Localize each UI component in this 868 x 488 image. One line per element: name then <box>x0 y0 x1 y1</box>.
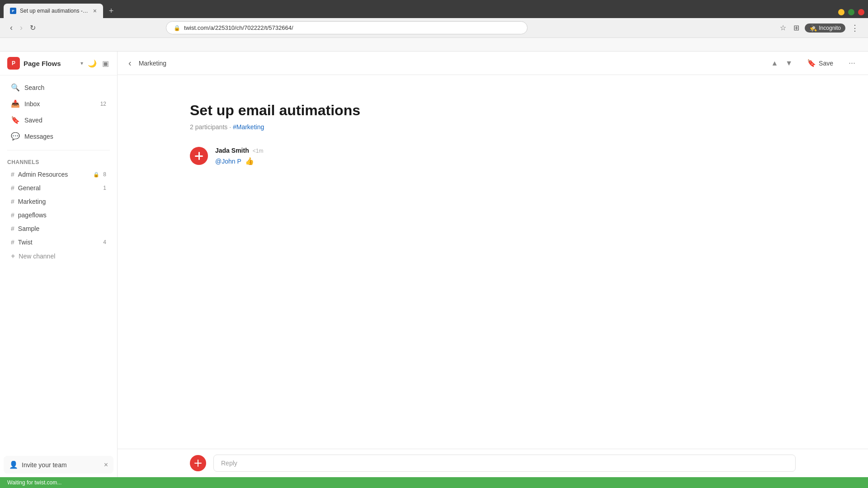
tab-favicon: P <box>10 8 16 14</box>
message-content: Jada Smith <1m @John P 👍 <box>215 147 796 167</box>
more-options-button[interactable]: ··· <box>845 56 859 70</box>
sidebar-item-twist[interactable]: # Twist 4 <box>4 236 113 249</box>
close-button[interactable] <box>858 9 864 15</box>
message: Jada Smith <1m @John P 👍 <box>190 147 796 167</box>
message-author: Jada Smith <box>215 147 249 154</box>
message-text: @John P 👍 <box>215 156 796 167</box>
bookmark-save-icon: 🔖 <box>807 59 816 67</box>
tab-grid-icon[interactable]: ⊞ <box>792 22 801 34</box>
sidebar-item-search[interactable]: 🔍 Search <box>4 80 113 95</box>
incognito-icon: 🕵 <box>809 24 817 32</box>
message-time: <1m <box>253 148 264 154</box>
sidebar-item-messages[interactable]: 💬 Messages <box>4 128 113 144</box>
search-icon: 🔍 <box>11 83 20 92</box>
hash-icon: # <box>11 184 14 192</box>
sidebar-item-marketing[interactable]: # Marketing <box>4 195 113 208</box>
new-channel-button[interactable]: + New channel <box>4 249 113 263</box>
lock-icon: 🔒 <box>174 25 180 31</box>
back-button[interactable]: ‹ <box>127 56 133 70</box>
invite-icon: 👤 <box>9 460 18 469</box>
save-button[interactable]: 🔖 Save <box>801 56 840 70</box>
sidebar-item-label: Messages <box>24 133 53 140</box>
message-header: Jada Smith <1m <box>215 147 796 154</box>
thread-meta: 2 participants · #Marketing <box>190 123 796 131</box>
hash-icon: # <box>11 239 14 246</box>
participants-text: 2 participants <box>190 123 227 131</box>
invite-label: Invite your team <box>22 461 100 469</box>
browser-tab[interactable]: P Set up email autimations - Page × <box>4 4 103 18</box>
channel-name: General <box>18 184 100 192</box>
dark-mode-icon[interactable]: 🌙 <box>87 58 98 69</box>
hash-icon: # <box>11 171 14 178</box>
maximize-button[interactable] <box>848 9 854 15</box>
layout-icon[interactable]: ▣ <box>101 58 110 69</box>
sidebar-item-admin-resources[interactable]: # Admin Resources 🔒 8 <box>4 168 113 181</box>
tab-title: Set up email autimations - Page <box>20 8 90 14</box>
sidebar-item-label: Saved <box>24 117 42 124</box>
nav-arrows: ▲ ▼ <box>768 57 795 69</box>
plus-icon: + <box>11 252 15 260</box>
address-bar[interactable]: 🔒 twist.com/a/225310/ch/702222/t/5732664… <box>166 21 528 34</box>
sidebar-item-inbox[interactable]: 📥 Inbox 12 <box>4 96 113 112</box>
prev-thread-button[interactable]: ▲ <box>768 57 781 69</box>
channel-name: Admin Resources <box>18 171 90 178</box>
invite-team-section[interactable]: 👤 Invite your team × <box>4 456 113 474</box>
chrome-menu-icon[interactable]: ⋮ <box>849 21 861 35</box>
forward-nav-button[interactable]: › <box>17 21 25 34</box>
inbox-icon: 📥 <box>11 99 20 108</box>
reply-area: Reply <box>118 449 868 477</box>
workspace-icon: P <box>7 57 20 70</box>
sidebar-item-saved[interactable]: 🔖 Saved <box>4 112 113 128</box>
message-emoji: 👍 <box>245 157 254 165</box>
channels-section-label: Channels <box>7 159 39 165</box>
inbox-count-badge: 12 <box>100 101 106 107</box>
channel-name: Sample <box>18 225 106 232</box>
avatar <box>190 147 208 165</box>
sidebar-item-sample[interactable]: # Sample <box>4 222 113 235</box>
breadcrumb: Marketing <box>139 60 166 67</box>
status-text: Waiting for twist.com... <box>7 479 61 486</box>
sidebar-item-label: Inbox <box>24 100 96 108</box>
sidebar: P Page Flows ▾ 🌙 ▣ 🔍 Search 📥 Inbox 12 🔖… <box>0 52 118 477</box>
invite-close-icon[interactable]: × <box>104 461 108 469</box>
main-header: ‹ Marketing ▲ ▼ 🔖 Save ··· <box>118 52 868 75</box>
bookmark-icon[interactable]: ☆ <box>778 22 788 34</box>
lock-icon: 🔒 <box>93 172 99 178</box>
address-text: twist.com/a/225310/ch/702222/t/5732664/ <box>184 24 293 31</box>
sidebar-item-general[interactable]: # General 1 <box>4 182 113 194</box>
incognito-badge: 🕵 Incognito <box>805 23 845 33</box>
twist-channel-count: 4 <box>103 239 106 245</box>
new-channel-label: New channel <box>19 253 55 260</box>
next-thread-button[interactable]: ▼ <box>783 57 795 69</box>
sidebar-item-pageflows[interactable]: # pageflows <box>4 209 113 221</box>
mention[interactable]: @John P <box>215 158 241 165</box>
dropdown-icon[interactable]: ▾ <box>80 60 83 66</box>
thread-body: Set up email autimations 2 participants … <box>118 75 868 449</box>
reload-button[interactable]: ↻ <box>27 22 38 34</box>
messages-icon: 💬 <box>11 132 20 141</box>
reply-input[interactable]: Reply <box>213 455 796 472</box>
sidebar-header: P Page Flows ▾ 🌙 ▣ <box>0 52 117 75</box>
minimize-button[interactable] <box>838 9 844 15</box>
thread-title: Set up email autimations <box>190 102 796 119</box>
status-bar: Waiting for twist.com... <box>0 477 868 488</box>
back-nav-button[interactable]: ‹ <box>7 21 15 34</box>
main-content: ‹ Marketing ▲ ▼ 🔖 Save ··· Set up email … <box>118 52 868 477</box>
hash-icon: # <box>11 211 14 219</box>
channel-name: Twist <box>18 239 100 246</box>
saved-icon: 🔖 <box>11 116 20 124</box>
tab-close-icon[interactable]: × <box>93 7 97 14</box>
channel-name: pageflows <box>18 211 106 219</box>
channels-section: Channels <box>0 152 117 168</box>
sidebar-nav: 🔍 Search 📥 Inbox 12 🔖 Saved 💬 Messages <box>0 75 117 148</box>
workspace-name: Page Flows <box>24 60 77 67</box>
new-tab-button[interactable]: + <box>105 5 118 17</box>
channel-name: Marketing <box>18 198 106 205</box>
hash-icon: # <box>11 225 14 232</box>
reply-avatar <box>190 455 206 471</box>
sidebar-item-label: Search <box>24 84 44 91</box>
general-channel-count: 1 <box>103 185 106 191</box>
admin-channel-count: 8 <box>103 171 106 178</box>
channel-tag[interactable]: #Marketing <box>233 123 264 131</box>
hash-icon: # <box>11 198 14 205</box>
